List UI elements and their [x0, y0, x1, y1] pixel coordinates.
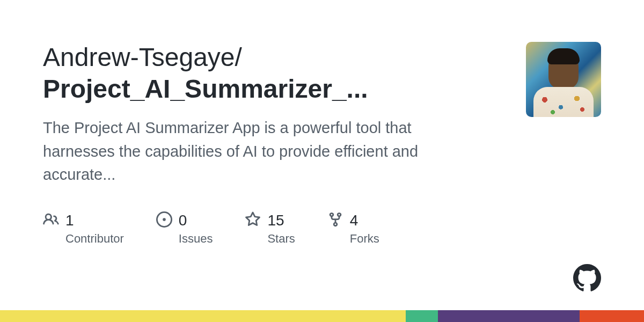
- contributors-label: Contributor: [65, 232, 124, 246]
- issues-value: 0: [179, 212, 187, 229]
- stars-value: 15: [267, 212, 284, 229]
- lang-segment-yellow: [0, 310, 406, 322]
- lang-segment-teal: [406, 310, 438, 322]
- repo-main: Andrew-Tsegaye/ Project_AI_Summarizer_..…: [43, 42, 504, 246]
- contributors-value: 1: [65, 212, 74, 229]
- repo-card: Andrew-Tsegaye/ Project_AI_Summarizer_..…: [0, 0, 644, 246]
- stat-forks[interactable]: 4 Forks: [327, 211, 379, 246]
- forks-value: 4: [350, 212, 358, 229]
- repo-owner[interactable]: Andrew-Tsegaye: [43, 43, 235, 71]
- github-logo-icon[interactable]: [573, 264, 601, 294]
- repo-separator: /: [235, 43, 242, 71]
- stars-label: Stars: [267, 232, 295, 246]
- stat-issues[interactable]: 0 Issues: [156, 211, 213, 246]
- repo-stats: 1 Contributor 0 Issues 15: [43, 211, 504, 246]
- lang-segment-purple: [438, 310, 580, 322]
- lang-segment-orange: [580, 310, 644, 322]
- repo-description: The Project AI Summarizer App is a power…: [43, 116, 462, 187]
- repo-name[interactable]: Project_AI_Summarizer_...: [43, 75, 368, 103]
- stat-stars[interactable]: 15 Stars: [245, 211, 295, 246]
- avatar[interactable]: [526, 42, 601, 117]
- forks-label: Forks: [350, 232, 379, 246]
- language-bar: [0, 310, 644, 322]
- contributors-icon: [43, 211, 59, 230]
- stat-contributors[interactable]: 1 Contributor: [43, 211, 124, 246]
- fork-icon: [327, 211, 343, 230]
- issues-label: Issues: [179, 232, 213, 246]
- repo-title: Andrew-Tsegaye/ Project_AI_Summarizer_..…: [43, 42, 504, 105]
- issues-icon: [156, 211, 172, 230]
- star-icon: [245, 211, 261, 230]
